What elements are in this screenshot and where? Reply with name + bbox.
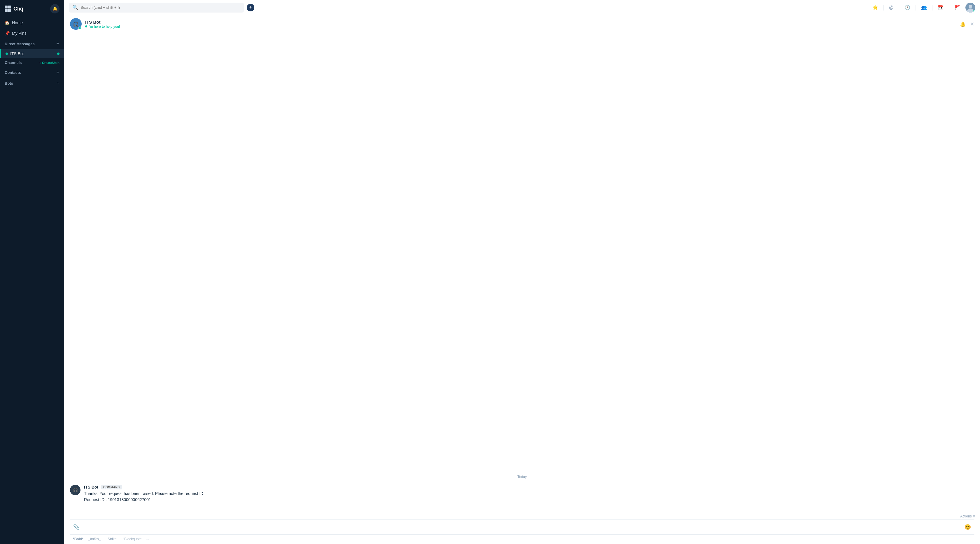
chat-header-left: 🎧 ITS Bot I'm here to help you! [70, 18, 120, 30]
messages-area: Today 🎧 ITS Bot COMMAND Thanks! Your req… [64, 33, 980, 511]
message-header: ITS Bot COMMAND [84, 485, 974, 490]
emoji-icon[interactable]: 😊 [964, 524, 971, 530]
input-area: Actions ∨ 📎 😊 *Bold* _Italics_ ~Strike~ … [64, 511, 980, 544]
format-strike[interactable]: ~Strike~ [106, 537, 119, 541]
history-icon[interactable]: 🕐 [904, 5, 910, 10]
bots-add-button[interactable]: + [56, 80, 59, 86]
dm-add-button[interactable]: + [56, 41, 59, 47]
status-text: I'm here to help you! [88, 24, 120, 29]
topbar-divider2 [883, 5, 884, 11]
add-button[interactable]: + [247, 4, 255, 11]
date-divider: Today [70, 475, 974, 479]
avatar-online-dot [973, 10, 975, 13]
contacts-label: Contacts [5, 70, 21, 75]
contacts-icon[interactable]: 👥 [921, 5, 927, 10]
topbar-divider6 [949, 5, 949, 11]
actions-label[interactable]: Actions ∨ [960, 514, 975, 518]
calendar-icon[interactable]: 📅 [938, 5, 943, 10]
topbar: 🔍 + ⭐ @ 🕐 👥 📅 🚩 [64, 0, 980, 15]
status-dot [85, 26, 87, 27]
chat-close-icon[interactable]: ✕ [970, 21, 974, 27]
sidebar-section-dm[interactable]: Direct Messages + [0, 38, 64, 49]
table-row: 🎧 ITS Bot COMMAND Thanks! Your request h… [70, 485, 974, 503]
app-name: Cliq [13, 6, 23, 12]
dm-name: ITS Bot [10, 51, 24, 56]
sidebar-item-mypins[interactable]: 📌 My Pins [0, 28, 64, 38]
actions-row: Actions ∨ [69, 514, 975, 518]
search-box[interactable]: 🔍 [69, 3, 244, 13]
channels-label: Channels [5, 61, 22, 65]
message-content: ITS Bot COMMAND Thanks! Your request has… [84, 485, 974, 503]
svg-point-1 [969, 5, 972, 8]
home-label: Home [12, 21, 23, 25]
search-icon: 🔍 [72, 5, 78, 10]
mypins-icon: 📌 [5, 31, 10, 36]
flag-icon[interactable]: 🚩 [955, 5, 960, 10]
sidebar-section-contacts[interactable]: Contacts + [0, 67, 64, 78]
message-input[interactable] [83, 525, 962, 530]
format-blockquote[interactable]: !Blockquote [123, 537, 142, 541]
chat-bot-status: I'm here to help you! [85, 24, 120, 29]
mention-icon[interactable]: @ [889, 5, 894, 10]
notifications-button[interactable]: 🔔 [50, 4, 59, 13]
bot-avatar: 🎧 [70, 18, 82, 30]
sidebar-section-bots[interactable]: Bots + [0, 78, 64, 89]
chat-header: 🎧 ITS Bot I'm here to help you! 🔔 ✕ [64, 15, 980, 33]
bot-online-indicator [78, 27, 81, 29]
format-bold[interactable]: *Bold* [73, 537, 83, 541]
topbar-divider3 [899, 5, 899, 11]
input-box[interactable]: 📎 😊 [69, 520, 975, 534]
dm-unread-indicator [57, 53, 59, 55]
dm-section-label: Direct Messages [5, 42, 35, 46]
chat-bell-icon[interactable]: 🔔 [960, 21, 966, 27]
message-avatar: 🎧 [70, 485, 81, 495]
sidebar-item-home[interactable]: 🏠 Home [0, 18, 64, 28]
sidebar-item-its-bot[interactable]: ITS Bot [0, 49, 64, 58]
dm-online-indicator [6, 53, 8, 55]
main-content: 🔍 + ⭐ @ 🕐 👥 📅 🚩 [64, 0, 980, 544]
sidebar: Cliq 🔔 🏠 Home 📌 My Pins Direct Messages … [0, 0, 64, 544]
message-text-line2: Request ID : 1901318000000627001 [84, 497, 974, 503]
contacts-add-button[interactable]: + [56, 69, 59, 76]
starred-icon[interactable]: ⭐ [872, 5, 878, 10]
app-logo[interactable]: Cliq [5, 6, 23, 12]
bots-label: Bots [5, 81, 13, 86]
format-more[interactable]: ··· [146, 537, 149, 541]
message-text-line1: Thanks! Your request has been raised. Pl… [84, 491, 974, 497]
chat-bot-name: ITS Bot [85, 19, 120, 24]
message-sender: ITS Bot [84, 485, 98, 490]
logo-icon [5, 6, 11, 12]
attach-icon[interactable]: 📎 [73, 524, 80, 530]
user-avatar[interactable] [966, 3, 975, 13]
message-badge: COMMAND [101, 485, 122, 490]
mypins-label: My Pins [12, 31, 27, 36]
formatting-bar: *Bold* _Italics_ ~Strike~ !Blockquote ··… [69, 534, 975, 541]
date-label: Today [517, 475, 527, 479]
topbar-divider5 [932, 5, 932, 11]
chat-header-info: ITS Bot I'm here to help you! [85, 19, 120, 29]
home-icon: 🏠 [5, 21, 10, 25]
sidebar-section-channels[interactable]: Channels + Create/Join [0, 58, 64, 67]
messages-spacer [70, 39, 974, 469]
topbar-actions: ⭐ @ 🕐 👥 📅 🚩 [867, 3, 975, 13]
chat-header-right: 🔔 ✕ [960, 21, 974, 27]
format-italic[interactable]: _Italics_ [88, 537, 101, 541]
sidebar-header: Cliq 🔔 [0, 0, 64, 18]
channels-action-label[interactable]: + Create/Join [40, 61, 59, 64]
search-input[interactable] [81, 5, 240, 10]
